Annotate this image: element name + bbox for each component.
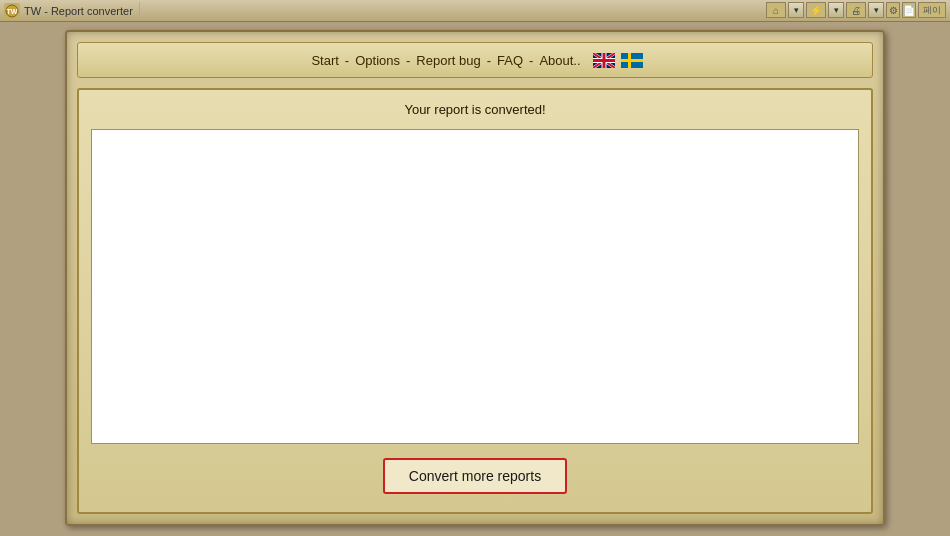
svg-rect-5 <box>628 53 631 68</box>
flag-sweden-icon[interactable] <box>621 53 643 68</box>
dropdown-arrow-3[interactable]: ▾ <box>868 2 884 18</box>
dropdown-arrow-1[interactable]: ▾ <box>788 2 804 18</box>
converted-status-text: Your report is converted! <box>91 102 859 117</box>
report-textarea[interactable] <box>92 130 858 443</box>
inner-panel: Your report is converted! Convert more r… <box>77 88 873 514</box>
nav-about[interactable]: About.. <box>535 53 584 68</box>
nav-bar: Start - Options - Report bug - FAQ - Abo… <box>77 42 873 78</box>
outer-container: Start - Options - Report bug - FAQ - Abo… <box>65 30 885 526</box>
title-bar-text: TW - Report converter <box>24 5 133 17</box>
title-bar: TW TW - Report converter ⌂ ▾ ⚡ ▾ 🖨 ▾ ⚙ 📄… <box>0 0 950 22</box>
nav-faq[interactable]: FAQ <box>493 53 527 68</box>
title-separator <box>139 2 140 20</box>
dropdown-arrow-2[interactable]: ▾ <box>828 2 844 18</box>
korean-text[interactable]: 페이 <box>918 2 946 18</box>
window-controls: ⌂ ▾ ⚡ ▾ 🖨 ▾ ⚙ 📄 페이 <box>766 2 946 18</box>
svg-rect-4 <box>621 59 643 62</box>
page-icon[interactable]: 📄 <box>902 2 916 18</box>
sep-4: - <box>527 53 535 68</box>
sep-3: - <box>485 53 493 68</box>
sep-1: - <box>343 53 351 68</box>
report-output-area[interactable] <box>91 129 859 444</box>
tools-icon[interactable]: ⚙ <box>886 2 900 18</box>
nav-start[interactable]: Start <box>307 53 342 68</box>
nav-report-bug[interactable]: Report bug <box>412 53 484 68</box>
print-icon[interactable]: 🖨 <box>846 2 866 18</box>
convert-more-button[interactable]: Convert more reports <box>383 458 567 494</box>
rss-icon[interactable]: ⚡ <box>806 2 826 18</box>
button-row: Convert more reports <box>91 452 859 500</box>
home-icon[interactable]: ⌂ <box>766 2 786 18</box>
svg-text:TW: TW <box>7 8 18 15</box>
flag-uk-icon[interactable] <box>593 53 615 68</box>
sep-2: - <box>404 53 412 68</box>
nav-options[interactable]: Options <box>351 53 404 68</box>
app-icon: TW <box>4 3 20 19</box>
